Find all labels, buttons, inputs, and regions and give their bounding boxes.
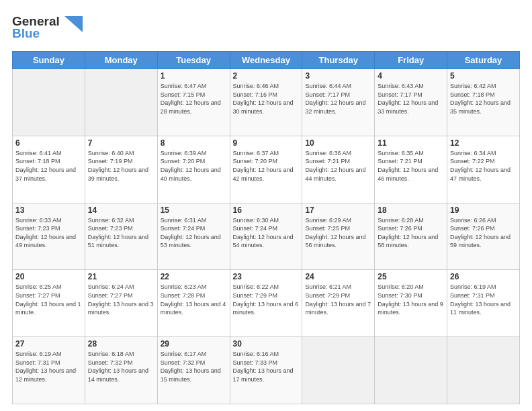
cell-details: Sunrise: 6:29 AMSunset: 7:25 PMDaylight:… bbox=[305, 216, 371, 250]
calendar-cell: 20Sunrise: 6:25 AMSunset: 7:27 PMDayligh… bbox=[13, 270, 85, 337]
day-number: 10 bbox=[305, 138, 371, 148]
cell-details: Sunrise: 6:18 AMSunset: 7:32 PMDaylight:… bbox=[88, 350, 154, 383]
calendar-week-3: 13Sunrise: 6:33 AMSunset: 7:23 PMDayligh… bbox=[13, 203, 520, 270]
calendar-week-4: 20Sunrise: 6:25 AMSunset: 7:27 PMDayligh… bbox=[13, 270, 520, 337]
calendar-cell: 2Sunrise: 6:46 AMSunset: 7:16 PMDaylight… bbox=[230, 69, 302, 136]
calendar-cell: 29Sunrise: 6:17 AMSunset: 7:32 PMDayligh… bbox=[157, 337, 230, 404]
day-number: 19 bbox=[450, 205, 517, 215]
cell-details: Sunrise: 6:41 AMSunset: 7:18 PMDaylight:… bbox=[15, 149, 82, 183]
cell-details: Sunrise: 6:35 AMSunset: 7:21 PMDaylight:… bbox=[378, 149, 444, 183]
day-number: 1 bbox=[161, 71, 227, 81]
calendar-cell: 19Sunrise: 6:26 AMSunset: 7:26 PMDayligh… bbox=[447, 203, 520, 270]
logo: General Blue bbox=[12, 12, 83, 44]
cell-details: Sunrise: 6:24 AMSunset: 7:27 PMDaylight:… bbox=[88, 283, 154, 316]
calendar-cell: 27Sunrise: 6:19 AMSunset: 7:31 PMDayligh… bbox=[13, 337, 85, 404]
day-number: 27 bbox=[15, 339, 82, 349]
calendar-cell: 16Sunrise: 6:30 AMSunset: 7:24 PMDayligh… bbox=[230, 203, 302, 270]
calendar-cell bbox=[302, 337, 375, 404]
cell-details: Sunrise: 6:30 AMSunset: 7:24 PMDaylight:… bbox=[233, 216, 300, 250]
calendar-week-1: 1Sunrise: 6:47 AMSunset: 7:15 PMDaylight… bbox=[13, 69, 520, 136]
day-number: 14 bbox=[88, 205, 154, 215]
cell-details: Sunrise: 6:19 AMSunset: 7:31 PMDaylight:… bbox=[450, 283, 517, 316]
cell-details: Sunrise: 6:34 AMSunset: 7:22 PMDaylight:… bbox=[450, 149, 517, 183]
calendar-cell: 17Sunrise: 6:29 AMSunset: 7:25 PMDayligh… bbox=[302, 203, 375, 270]
day-number: 23 bbox=[233, 272, 300, 281]
calendar-header-row: SundayMondayTuesdayWednesdayThursdayFrid… bbox=[13, 52, 520, 69]
cell-details: Sunrise: 6:40 AMSunset: 7:19 PMDaylight:… bbox=[88, 149, 154, 183]
day-number: 29 bbox=[161, 339, 227, 349]
cell-details: Sunrise: 6:47 AMSunset: 7:15 PMDaylight:… bbox=[161, 82, 227, 116]
calendar-cell bbox=[13, 69, 85, 136]
calendar-cell bbox=[85, 69, 157, 136]
day-number: 25 bbox=[378, 272, 444, 281]
day-number: 24 bbox=[305, 272, 371, 281]
calendar-header-friday: Friday bbox=[375, 52, 447, 69]
calendar-cell: 28Sunrise: 6:18 AMSunset: 7:32 PMDayligh… bbox=[85, 337, 157, 404]
calendar-cell bbox=[447, 337, 520, 404]
header: General Blue bbox=[12, 12, 520, 44]
calendar-cell: 3Sunrise: 6:44 AMSunset: 7:17 PMDaylight… bbox=[302, 69, 375, 136]
day-number: 11 bbox=[378, 138, 444, 148]
calendar-header-thursday: Thursday bbox=[302, 52, 375, 69]
day-number: 22 bbox=[161, 272, 227, 281]
day-number: 3 bbox=[305, 71, 371, 81]
day-number: 15 bbox=[161, 205, 227, 215]
calendar-header-wednesday: Wednesday bbox=[230, 52, 302, 69]
cell-details: Sunrise: 6:22 AMSunset: 7:29 PMDaylight:… bbox=[233, 283, 300, 316]
day-number: 18 bbox=[378, 205, 444, 215]
calendar-cell: 26Sunrise: 6:19 AMSunset: 7:31 PMDayligh… bbox=[447, 270, 520, 337]
calendar-cell: 15Sunrise: 6:31 AMSunset: 7:24 PMDayligh… bbox=[157, 203, 230, 270]
calendar-cell: 30Sunrise: 6:16 AMSunset: 7:33 PMDayligh… bbox=[230, 337, 302, 404]
calendar-cell: 18Sunrise: 6:28 AMSunset: 7:26 PMDayligh… bbox=[375, 203, 447, 270]
cell-details: Sunrise: 6:28 AMSunset: 7:26 PMDaylight:… bbox=[378, 216, 444, 250]
calendar-week-5: 27Sunrise: 6:19 AMSunset: 7:31 PMDayligh… bbox=[13, 337, 520, 404]
cell-details: Sunrise: 6:20 AMSunset: 7:30 PMDaylight:… bbox=[378, 283, 444, 316]
cell-details: Sunrise: 6:17 AMSunset: 7:32 PMDaylight:… bbox=[161, 350, 227, 383]
cell-details: Sunrise: 6:43 AMSunset: 7:17 PMDaylight:… bbox=[378, 82, 444, 116]
cell-details: Sunrise: 6:36 AMSunset: 7:21 PMDaylight:… bbox=[305, 149, 371, 183]
cell-details: Sunrise: 6:44 AMSunset: 7:17 PMDaylight:… bbox=[305, 82, 371, 116]
day-number: 6 bbox=[15, 138, 82, 148]
calendar-header-tuesday: Tuesday bbox=[157, 52, 230, 69]
svg-marker-2 bbox=[64, 16, 83, 32]
calendar-cell: 25Sunrise: 6:20 AMSunset: 7:30 PMDayligh… bbox=[375, 270, 447, 337]
calendar-cell: 8Sunrise: 6:39 AMSunset: 7:20 PMDaylight… bbox=[157, 136, 230, 203]
day-number: 13 bbox=[15, 205, 82, 215]
day-number: 16 bbox=[233, 205, 300, 215]
cell-details: Sunrise: 6:19 AMSunset: 7:31 PMDaylight:… bbox=[15, 350, 82, 383]
cell-details: Sunrise: 6:37 AMSunset: 7:20 PMDaylight:… bbox=[233, 149, 300, 183]
day-number: 20 bbox=[15, 272, 82, 281]
cell-details: Sunrise: 6:16 AMSunset: 7:33 PMDaylight:… bbox=[233, 350, 300, 383]
day-number: 5 bbox=[450, 71, 517, 81]
calendar-cell: 6Sunrise: 6:41 AMSunset: 7:18 PMDaylight… bbox=[13, 136, 85, 203]
cell-details: Sunrise: 6:23 AMSunset: 7:28 PMDaylight:… bbox=[161, 283, 227, 316]
day-number: 8 bbox=[161, 138, 227, 148]
calendar-header-monday: Monday bbox=[85, 52, 157, 69]
calendar-cell: 7Sunrise: 6:40 AMSunset: 7:19 PMDaylight… bbox=[85, 136, 157, 203]
day-number: 28 bbox=[88, 339, 154, 349]
day-number: 30 bbox=[233, 339, 300, 349]
cell-details: Sunrise: 6:32 AMSunset: 7:23 PMDaylight:… bbox=[88, 216, 154, 250]
day-number: 2 bbox=[233, 71, 300, 81]
day-number: 7 bbox=[88, 138, 154, 148]
calendar-cell: 24Sunrise: 6:21 AMSunset: 7:29 PMDayligh… bbox=[302, 270, 375, 337]
calendar-cell: 13Sunrise: 6:33 AMSunset: 7:23 PMDayligh… bbox=[13, 203, 85, 270]
logo-svg: General Blue bbox=[12, 12, 83, 42]
day-number: 9 bbox=[233, 138, 300, 148]
calendar-cell: 5Sunrise: 6:42 AMSunset: 7:18 PMDaylight… bbox=[447, 69, 520, 136]
calendar-cell: 11Sunrise: 6:35 AMSunset: 7:21 PMDayligh… bbox=[375, 136, 447, 203]
svg-text:Blue: Blue bbox=[12, 26, 40, 40]
cell-details: Sunrise: 6:26 AMSunset: 7:26 PMDaylight:… bbox=[450, 216, 517, 250]
cell-details: Sunrise: 6:39 AMSunset: 7:20 PMDaylight:… bbox=[161, 149, 227, 183]
calendar-cell: 14Sunrise: 6:32 AMSunset: 7:23 PMDayligh… bbox=[85, 203, 157, 270]
calendar-cell: 1Sunrise: 6:47 AMSunset: 7:15 PMDaylight… bbox=[157, 69, 230, 136]
calendar-cell: 12Sunrise: 6:34 AMSunset: 7:22 PMDayligh… bbox=[447, 136, 520, 203]
day-number: 4 bbox=[378, 71, 444, 81]
cell-details: Sunrise: 6:21 AMSunset: 7:29 PMDaylight:… bbox=[305, 283, 371, 316]
day-number: 17 bbox=[305, 205, 371, 215]
calendar-header-saturday: Saturday bbox=[447, 52, 520, 69]
day-number: 12 bbox=[450, 138, 517, 148]
cell-details: Sunrise: 6:42 AMSunset: 7:18 PMDaylight:… bbox=[450, 82, 517, 116]
calendar-cell: 21Sunrise: 6:24 AMSunset: 7:27 PMDayligh… bbox=[85, 270, 157, 337]
calendar-cell: 9Sunrise: 6:37 AMSunset: 7:20 PMDaylight… bbox=[230, 136, 302, 203]
